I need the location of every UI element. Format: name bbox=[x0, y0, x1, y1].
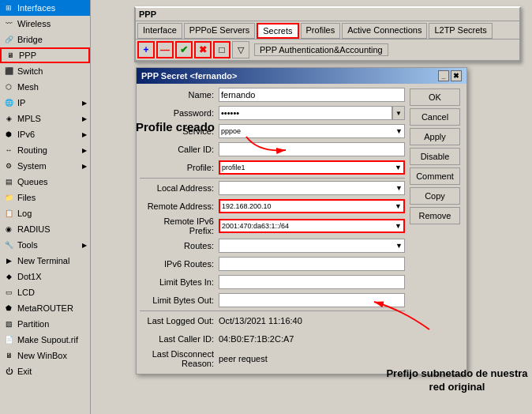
form-row-remote-address: Remote Address: 192.168.200.10 ▼ bbox=[140, 198, 405, 214]
sidebar-item-interfaces[interactable]: ⊞ Interfaces bbox=[0, 0, 90, 16]
sidebar-item-radius[interactable]: ◉ RADIUS bbox=[0, 221, 90, 237]
sidebar-item-label: Dot1X bbox=[17, 272, 42, 281]
dropdown-arrow: ▼ bbox=[395, 127, 403, 135]
ok-button[interactable]: OK bbox=[410, 88, 460, 106]
sidebar-item-new-terminal[interactable]: ▶ New Terminal bbox=[0, 253, 90, 269]
winbox-icon: 🖥 bbox=[3, 350, 14, 361]
disable-button[interactable]: Disable bbox=[410, 148, 460, 165]
input-password[interactable] bbox=[219, 106, 392, 120]
sidebar-item-label: Tools bbox=[17, 240, 38, 250]
label-caller-id: Caller ID: bbox=[140, 145, 219, 154]
sidebar-item-mesh[interactable]: ⬡ Mesh bbox=[0, 79, 90, 95]
ppp-title: PPP bbox=[136, 8, 519, 21]
apply-button[interactable]: Apply bbox=[410, 128, 460, 145]
sidebar-item-label: RADIUS bbox=[17, 224, 51, 234]
input-caller-id[interactable] bbox=[219, 142, 405, 156]
title-controls: _ ✖ bbox=[438, 70, 462, 81]
remove-button[interactable]: — bbox=[156, 41, 174, 58]
minimize-button[interactable]: _ bbox=[438, 70, 449, 81]
label-service: Service: bbox=[140, 126, 219, 136]
arrow-icon: ▶ bbox=[82, 242, 87, 249]
sidebar-item-label: Files bbox=[17, 193, 36, 202]
tab-pppoe-servers[interactable]: PPPoE Servers bbox=[184, 23, 255, 39]
sidebar-item-ip[interactable]: 🌐 IP ▶ bbox=[0, 95, 90, 111]
remove-button[interactable]: Remove bbox=[410, 207, 460, 224]
tab-secrets[interactable]: Secrets bbox=[257, 23, 298, 39]
sidebar-item-tools[interactable]: 🔧 Tools ▶ bbox=[0, 237, 90, 253]
label-last-caller-id: Last Caller ID: bbox=[140, 334, 219, 344]
sidebar-item-label: Wireless bbox=[17, 19, 51, 28]
ipv6-icon: ⬢ bbox=[3, 129, 14, 140]
input-limit-bytes-in[interactable] bbox=[219, 275, 405, 289]
interfaces-icon: ⊞ bbox=[3, 2, 14, 13]
copy-toolbar-button[interactable]: □ bbox=[213, 41, 230, 58]
tab-interface[interactable]: Interface bbox=[137, 23, 182, 39]
dropdown-arrow: ▼ bbox=[395, 202, 402, 210]
value-last-disconnect: peer request bbox=[219, 354, 268, 363]
dropdown-service[interactable]: pppoe ▼ bbox=[219, 124, 405, 138]
sidebar-item-mpls[interactable]: ◈ MPLS ▶ bbox=[0, 111, 90, 126]
cancel-button[interactable]: Cancel bbox=[410, 108, 460, 126]
sidebar-item-ppp[interactable]: 🖥 PPP bbox=[0, 47, 90, 63]
partition-icon: ▧ bbox=[3, 318, 14, 329]
sidebar-item-new-winbox[interactable]: 🖥 New WinBox bbox=[0, 348, 90, 363]
dropdown-routes[interactable]: ▼ bbox=[219, 239, 405, 253]
password-toggle[interactable]: ▼ bbox=[392, 106, 405, 120]
sidebar-item-label: Mesh bbox=[17, 82, 39, 92]
sidebar-item-make-supout[interactable]: 📄 Make Supout.rif bbox=[0, 332, 90, 348]
profile-value: profile1 bbox=[222, 164, 245, 171]
sidebar-item-ipv6[interactable]: ⬢ IPv6 ▶ bbox=[0, 126, 90, 142]
label-remote-ipv6-prefix: Remote IPv6 Prefix: bbox=[140, 216, 219, 235]
comment-button[interactable]: Comment bbox=[410, 167, 460, 185]
cross-button[interactable]: ✖ bbox=[194, 41, 212, 58]
dropdown-remote-ipv6-prefix[interactable]: 2001:470:da63:1::/64 ▼ bbox=[219, 219, 405, 233]
sidebar-item-files[interactable]: 📁 Files bbox=[0, 190, 90, 205]
sidebar-item-dot1x[interactable]: ◆ Dot1X bbox=[0, 269, 90, 284]
input-limit-bytes-out[interactable] bbox=[219, 293, 405, 307]
form-row-password: Password: ▼ bbox=[140, 105, 405, 121]
add-button[interactable]: + bbox=[137, 41, 155, 58]
dropdown-remote-address[interactable]: 192.168.200.10 ▼ bbox=[219, 199, 405, 213]
sidebar-item-partition[interactable]: ▧ Partition bbox=[0, 316, 90, 332]
check-button[interactable]: ✔ bbox=[175, 41, 193, 58]
arrow-icon: ▶ bbox=[82, 131, 87, 138]
ppp-icon: 🖥 bbox=[5, 50, 16, 61]
auth-button[interactable]: PPP Authentication&Accounting bbox=[254, 43, 388, 56]
sidebar-item-exit[interactable]: ⏻ Exit bbox=[0, 363, 90, 379]
sidebar-item-wireless[interactable]: 〰 Wireless bbox=[0, 16, 90, 32]
sidebar-item-system[interactable]: ⚙ System ▶ bbox=[0, 158, 90, 174]
service-value: pppoe bbox=[221, 127, 241, 135]
ppp-tabs: Interface PPPoE Servers Secrets Profiles… bbox=[136, 21, 519, 40]
secret-title-bar: PPP Secret <fernando> _ ✖ bbox=[137, 68, 466, 84]
tab-active-connections[interactable]: Active Connections bbox=[342, 23, 427, 39]
sidebar-item-label: IP bbox=[17, 98, 25, 107]
sidebar-item-label: Interfaces bbox=[17, 3, 55, 13]
input-ipv6-routes[interactable] bbox=[219, 257, 405, 271]
form-row-limit-bytes-in: Limit Bytes In: bbox=[140, 274, 405, 290]
mesh-icon: ⬡ bbox=[3, 81, 14, 92]
sidebar-item-label: Make Supout.rif bbox=[17, 335, 78, 344]
sidebar-item-log[interactable]: 📋 Log bbox=[0, 205, 90, 221]
sidebar-item-routing[interactable]: ↔ Routing ▶ bbox=[0, 142, 90, 158]
tab-l2tp-secrets[interactable]: L2TP Secrets bbox=[429, 23, 492, 39]
sidebar-item-queues[interactable]: ▤ Queues bbox=[0, 174, 90, 190]
sidebar-item-metarouter[interactable]: ⬟ MetaROUTER bbox=[0, 300, 90, 316]
form-row-ipv6-routes: IPv6 Routes: bbox=[140, 256, 405, 272]
dropdown-local-address[interactable]: ▼ bbox=[219, 181, 405, 195]
form-content: Name: Password: ▼ Service: pppoe bbox=[137, 84, 466, 374]
sidebar-item-bridge[interactable]: 🔗 Bridge bbox=[0, 32, 90, 47]
dropdown-profile[interactable]: profile1 ▼ bbox=[219, 160, 405, 175]
secret-dialog: PPP Secret <fernando> _ ✖ Name: Password… bbox=[136, 67, 467, 374]
sidebar-item-label: IPv6 bbox=[17, 130, 35, 139]
tab-profiles[interactable]: Profiles bbox=[301, 23, 341, 39]
label-remote-address: Remote Address: bbox=[140, 201, 219, 211]
tools-icon: 🔧 bbox=[3, 239, 14, 250]
close-button[interactable]: ✖ bbox=[451, 70, 462, 81]
filter-button[interactable]: ▽ bbox=[232, 41, 249, 58]
ppp-toolbar: + — ✔ ✖ □ ▽ PPP Authentication&Accountin… bbox=[136, 40, 519, 61]
input-name[interactable] bbox=[219, 88, 405, 102]
sidebar-item-switch[interactable]: ⬛ Switch bbox=[0, 63, 90, 79]
sidebar-item-lcd[interactable]: ▭ LCD bbox=[0, 284, 90, 300]
sidebar-item-label: Bridge bbox=[17, 35, 43, 44]
copy-button[interactable]: Copy bbox=[410, 187, 460, 205]
